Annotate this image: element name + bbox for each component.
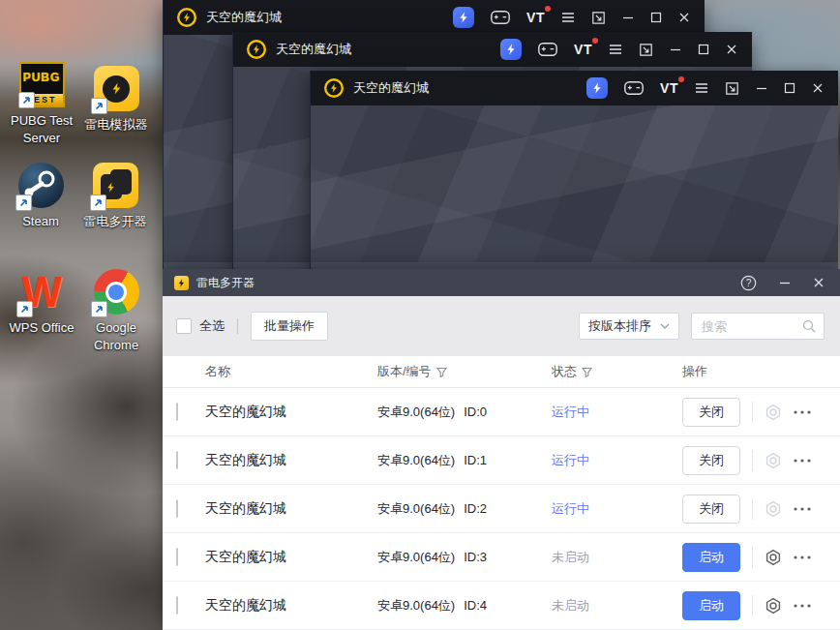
more-options-icon[interactable] — [794, 459, 811, 463]
ops-divider — [752, 595, 753, 616]
emulator-titlebar[interactable]: 天空的魔幻城 VT — [164, 0, 705, 35]
window-title: 天空的魔幻城 — [276, 41, 351, 58]
row-checkbox[interactable] — [176, 548, 178, 566]
menu-icon[interactable] — [609, 44, 622, 55]
select-all-checkbox[interactable] — [176, 318, 192, 334]
instance-status: 未启动 — [552, 597, 682, 615]
desktop-icon-label: 雷电多开器 — [75, 213, 155, 230]
desktop-icon-pubg-test-server[interactable]: PUBG TEST PUBG Test Server — [2, 62, 81, 146]
minimize-button[interactable] — [756, 82, 767, 94]
menu-icon[interactable] — [695, 82, 708, 94]
settings-icon[interactable] — [765, 549, 782, 566]
ldplayer-icon — [94, 66, 139, 111]
minimize-button[interactable] — [622, 12, 634, 23]
minimize-button[interactable] — [779, 277, 791, 288]
resize-icon[interactable] — [725, 81, 739, 96]
stop-instance-button[interactable]: 关闭 — [682, 398, 740, 427]
resize-icon[interactable] — [591, 11, 606, 25]
minimize-button[interactable] — [670, 44, 681, 55]
vt-button[interactable]: VT — [574, 42, 592, 57]
sort-dropdown[interactable]: 按版本排序 — [579, 313, 679, 340]
column-header-actions: 操作 — [682, 363, 840, 380]
boost-icon[interactable] — [500, 39, 522, 60]
manager-titlebar[interactable]: 雷电多开器 ? — [163, 269, 840, 296]
close-button[interactable] — [813, 277, 825, 288]
maximize-button[interactable] — [784, 82, 795, 94]
settings-icon[interactable] — [765, 452, 782, 469]
desktop-icon-ld-multi-opener[interactable]: 雷电多开器 — [75, 163, 155, 230]
gamepad-icon[interactable] — [491, 11, 510, 24]
desktop-icon-steam[interactable]: Steam — [1, 163, 80, 230]
gamepad-icon[interactable] — [538, 43, 557, 56]
desktop-icon-ldplayer[interactable]: 雷电模拟器 — [76, 66, 156, 134]
emulator-screen — [311, 105, 838, 269]
table-header-row: 名称 版本/编号 状态 操作 — [163, 356, 840, 388]
notification-dot — [545, 6, 551, 12]
start-instance-button[interactable]: 启动 — [682, 543, 740, 572]
instance-name: 天空的魔幻城 — [205, 500, 377, 518]
window-title: 天空的魔幻城 — [353, 79, 429, 97]
desktop-icon-wps-office[interactable]: W WPS Office — [2, 269, 81, 337]
gamepad-icon[interactable] — [624, 81, 644, 95]
more-options-icon[interactable] — [794, 410, 811, 414]
maximize-button[interactable] — [650, 12, 662, 23]
select-all-label: 全选 — [199, 317, 225, 335]
search-box[interactable] — [691, 313, 825, 340]
svg-text:?: ? — [746, 278, 752, 288]
instance-name: 天空的魔幻城 — [205, 404, 377, 421]
emulator-titlebar[interactable]: 天空的魔幻城 VT — [233, 32, 752, 67]
instance-row: 天空的魔幻城 安卓9.0(64位)ID:0 运行中 关闭 — [163, 388, 840, 436]
emulator-titlebar[interactable]: 天空的魔幻城 VT — [311, 71, 838, 105]
row-checkbox[interactable] — [176, 596, 178, 615]
chevron-down-icon — [660, 323, 670, 329]
more-options-icon[interactable] — [794, 555, 811, 559]
shortcut-arrow-icon — [15, 195, 32, 211]
desktop-icon-label: Google Chrome — [76, 319, 156, 353]
steam-icon — [18, 163, 64, 208]
filter-icon[interactable] — [436, 367, 447, 377]
instance-id: ID:4 — [464, 598, 487, 613]
resize-icon[interactable] — [639, 43, 653, 57]
desktop-icon-label: 雷电模拟器 — [76, 116, 156, 134]
menu-icon[interactable] — [561, 12, 575, 23]
settings-icon[interactable] — [765, 500, 782, 518]
desktop-icon-google-chrome[interactable]: Google Chrome — [76, 269, 156, 353]
instance-version: 安卓9.0(64位) — [377, 550, 455, 564]
row-checkbox[interactable] — [176, 499, 178, 518]
vt-button[interactable]: VT — [526, 10, 545, 25]
filter-icon[interactable] — [582, 367, 592, 377]
start-instance-button[interactable]: 启动 — [682, 591, 740, 620]
maximize-button[interactable] — [698, 44, 709, 55]
ldplayer-logo-icon — [177, 8, 196, 27]
wps-icon: W — [19, 269, 65, 315]
more-options-icon[interactable] — [794, 604, 811, 608]
batch-operations-button[interactable]: 批量操作 — [251, 312, 328, 341]
desktop-icon-label: WPS Office — [2, 319, 81, 337]
shortcut-arrow-icon — [91, 98, 107, 114]
toolbar-divider — [237, 318, 238, 334]
close-button[interactable] — [678, 12, 690, 23]
stop-instance-button[interactable]: 关闭 — [682, 446, 740, 475]
more-options-icon[interactable] — [794, 507, 811, 511]
boost-icon[interactable] — [586, 77, 608, 99]
instance-status: 运行中 — [552, 452, 682, 469]
desktop-icon-label: PUBG Test Server — [2, 112, 81, 146]
notification-dot — [678, 76, 684, 82]
instance-name: 天空的魔幻城 — [205, 549, 377, 566]
pubg-icon: PUBG TEST — [19, 62, 65, 107]
close-button[interactable] — [812, 82, 824, 94]
row-checkbox[interactable] — [176, 451, 178, 469]
shortcut-arrow-icon — [91, 301, 107, 317]
boost-icon[interactable] — [453, 7, 474, 28]
row-checkbox[interactable] — [176, 403, 178, 421]
instance-row: 天空的魔幻城 安卓9.0(64位)ID:2 运行中 关闭 — [163, 485, 840, 533]
settings-icon[interactable] — [765, 597, 782, 615]
stop-instance-button[interactable]: 关闭 — [682, 495, 740, 524]
search-input[interactable] — [700, 318, 802, 335]
settings-icon[interactable] — [765, 404, 782, 421]
help-button[interactable]: ? — [740, 275, 757, 291]
vt-label: VT — [526, 10, 545, 25]
close-button[interactable] — [726, 44, 737, 55]
vt-button[interactable]: VT — [660, 80, 678, 96]
ldplayer-logo-icon — [324, 78, 344, 98]
